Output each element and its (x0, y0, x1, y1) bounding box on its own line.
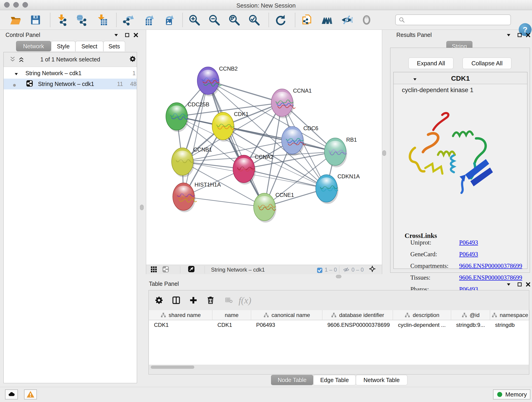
table-cell[interactable]: stringdb (490, 320, 530, 330)
export-image-icon[interactable] (162, 13, 174, 26)
tab-style[interactable]: Style (51, 41, 75, 51)
control-panel-collapse-icon[interactable] (113, 32, 120, 38)
delete-column-trash-icon[interactable] (205, 294, 216, 306)
open-session-icon[interactable] (9, 13, 22, 26)
column-header-description[interactable]: description (393, 310, 451, 320)
left-splitter-handle[interactable] (140, 205, 144, 210)
search-input[interactable] (407, 16, 510, 24)
grid-view-icon[interactable] (150, 266, 157, 273)
table-panel-title: Table Panel (149, 281, 179, 287)
import-network-from-database-icon[interactable] (75, 13, 88, 26)
delete-table-icon[interactable] (223, 294, 234, 306)
tab-select[interactable]: Select (75, 41, 103, 51)
table-cell[interactable]: cyclin-dependent ... (393, 320, 451, 330)
column-header-label: @id (470, 312, 480, 318)
network-node-CDC6[interactable] (282, 127, 306, 156)
show-columns-icon[interactable] (171, 294, 182, 306)
tab-edge-table[interactable]: Edge Table (313, 375, 356, 385)
tab-node-table[interactable]: Node Table (271, 375, 313, 385)
warnings-button[interactable] (24, 389, 37, 400)
refresh-icon[interactable] (274, 13, 287, 26)
save-session-icon[interactable] (29, 13, 42, 26)
zoom-selected-icon[interactable] (248, 13, 260, 26)
binoculars-icon[interactable] (320, 13, 333, 26)
toolbar-separator (116, 13, 117, 27)
collapse-all-button[interactable]: Collapse All (462, 57, 511, 69)
column-header-namespace[interactable]: namespace (490, 310, 530, 320)
toolbar-separator (295, 13, 295, 27)
cloud-button[interactable] (5, 389, 18, 400)
crosslink-value-link[interactable]: 9606.ENSP00000378699 (459, 274, 522, 281)
selected-checkbox-icon[interactable] (316, 267, 323, 274)
crosslink-value-link[interactable]: P06493 (459, 239, 478, 246)
zoom-out-icon[interactable] (208, 13, 221, 26)
table-cell[interactable]: stringdb:9... (451, 320, 490, 330)
network-row[interactable]: String Network – cdk1 11 48 (4, 79, 137, 89)
column-header-name[interactable]: name (212, 310, 251, 320)
results-panel-float-icon[interactable] (516, 32, 523, 38)
crosslink-value-link[interactable]: P06493 (459, 251, 478, 258)
eye-slash-icon[interactable] (340, 13, 353, 26)
scrollbar-thumb[interactable] (151, 366, 194, 369)
network-node-CCNB1[interactable] (172, 148, 194, 177)
table-cell[interactable]: P06493 (251, 320, 322, 330)
memory-button[interactable]: Memory (493, 389, 530, 400)
network-node-CCNE1[interactable] (254, 193, 276, 223)
hidden-eye-slash-icon[interactable] (343, 266, 350, 273)
network-edge-count: 48 (130, 81, 137, 87)
table-settings-gear-icon[interactable] (153, 294, 165, 306)
bottom-splitter-handle[interactable] (336, 275, 341, 278)
table-cell[interactable]: 9606.ENSP00000378699 (322, 320, 393, 330)
network-node-CCNA2[interactable] (233, 155, 256, 185)
collection-expander-icon[interactable] (13, 70, 20, 77)
import-table-icon[interactable] (95, 13, 108, 26)
network-view-title: String Network – cdk1 (211, 267, 265, 273)
tab-network-table[interactable]: Network Table (356, 375, 407, 385)
tab-network[interactable]: Network (16, 41, 51, 51)
column-header-database-identifier[interactable]: database identifier (322, 310, 393, 320)
network-node-CCNA1[interactable] (271, 89, 295, 118)
network-node-RB1[interactable] (324, 138, 347, 167)
expand-all-button[interactable]: Expand All (409, 57, 453, 69)
network-node-HIST1H1A[interactable] (173, 183, 197, 212)
export-table-icon[interactable] (142, 13, 154, 26)
gene-header[interactable]: CDK1 (394, 72, 527, 84)
column-header-shared-name[interactable]: shared name (149, 310, 212, 320)
right-splitter-handle[interactable] (382, 150, 386, 156)
table-cell[interactable]: CDK1 (149, 320, 212, 330)
control-panel-float-icon[interactable] (124, 32, 131, 38)
table-panel-collapse-icon[interactable] (505, 281, 512, 288)
network-node-CCNB2[interactable] (197, 67, 221, 96)
network-current-dot (11, 82, 18, 89)
results-panel-close-icon[interactable] (525, 32, 532, 38)
network-edge[interactable] (244, 169, 326, 188)
network-node-CDK1[interactable] (212, 112, 235, 142)
zoom-in-icon[interactable] (188, 13, 201, 26)
column-header--id[interactable]: @id (451, 310, 490, 320)
table-cell[interactable]: CDK1 (212, 320, 251, 330)
network-node-CDKN1A[interactable] (316, 175, 338, 204)
results-panel-collapse-icon[interactable] (505, 32, 512, 38)
zoom-fit-icon[interactable] (228, 13, 241, 26)
network-canvas[interactable]: CCNB2CCNA1CDC25BCDK1CDC6RB1CCNB1CCNA2CDK… (146, 30, 382, 265)
copy-document-icon[interactable] (300, 13, 313, 26)
import-network-icon[interactable] (56, 13, 68, 26)
export-network-icon[interactable] (122, 13, 134, 26)
table-panel-close-icon[interactable] (525, 281, 532, 288)
network-badge-gray-icon[interactable] (162, 266, 169, 273)
crosslink-value-link[interactable]: 9606.ENSP00000378699 (459, 262, 522, 269)
create-column-plus-icon[interactable] (188, 294, 199, 306)
eye-icon[interactable] (360, 13, 373, 26)
tab-sets[interactable]: Sets (103, 41, 125, 51)
network-edge[interactable] (208, 81, 264, 207)
network-collection-row[interactable]: String Network – cdk1 1 (4, 68, 137, 79)
function-builder-icon[interactable]: f(x) (239, 294, 251, 306)
crosshair-move-icon[interactable] (369, 265, 376, 272)
table-horizontal-scrollbar[interactable] (149, 365, 529, 370)
birdseye-view-icon[interactable] (188, 266, 195, 273)
table-panel-float-icon[interactable] (516, 281, 523, 288)
control-panel-close-icon[interactable] (133, 32, 139, 38)
column-header-canonical-name[interactable]: canonical name (251, 310, 322, 320)
network-options-gear-icon[interactable] (129, 56, 136, 62)
network-edge[interactable] (184, 81, 208, 197)
